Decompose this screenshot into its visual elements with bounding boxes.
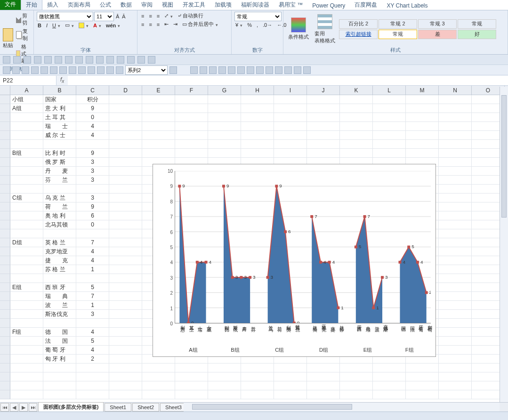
grid-cell[interactable] — [439, 113, 472, 122]
grid-cell[interactable] — [307, 131, 340, 140]
row-header[interactable] — [0, 158, 10, 167]
row-header[interactable] — [0, 355, 10, 363]
grid-cell[interactable] — [340, 381, 373, 390]
qat-icon[interactable] — [86, 56, 93, 64]
grid-cell[interactable] — [109, 211, 142, 220]
grid-cell[interactable] — [439, 158, 472, 167]
grid-cell[interactable] — [208, 131, 241, 140]
grid-cell[interactable]: 5 — [76, 337, 109, 346]
grid-cell[interactable]: 2 — [76, 355, 109, 363]
row-header[interactable] — [0, 301, 10, 310]
qat-icon[interactable] — [148, 56, 155, 64]
grid-cell[interactable]: 捷 克 — [43, 256, 76, 265]
qat-icon[interactable] — [12, 66, 20, 74]
hscroll-thumb[interactable] — [192, 404, 352, 410]
qat-icon[interactable] — [50, 66, 57, 74]
grid-cell[interactable] — [10, 265, 43, 274]
align-left-button[interactable]: ≡ — [140, 21, 145, 28]
grid-cell[interactable]: 4 — [76, 122, 109, 131]
grid-cell[interactable] — [109, 122, 142, 131]
grid-cell[interactable] — [10, 355, 43, 363]
grid-cell[interactable] — [373, 140, 406, 149]
grid-cell[interactable]: 法 国 — [43, 337, 76, 346]
grid-cell[interactable]: 1 — [76, 301, 109, 310]
grid-cell[interactable] — [241, 390, 274, 399]
tab-xyc[interactable]: XY Chart Labels — [382, 1, 432, 10]
grid-cell[interactable] — [10, 220, 43, 229]
grid-cell[interactable] — [274, 122, 307, 131]
embedded-chart[interactable]: 012345678910 904493333960744157134542 意大… — [153, 164, 436, 357]
grid-cell[interactable]: 威 尔 士 — [43, 131, 76, 140]
grid-cell[interactable] — [76, 372, 109, 381]
grid-cell[interactable] — [439, 337, 472, 346]
column-header[interactable]: B — [43, 86, 76, 95]
grid-cell[interactable]: E组 — [10, 283, 43, 292]
qat-icon[interactable] — [116, 66, 123, 74]
qat-icon[interactable] — [284, 66, 292, 74]
grid-cell[interactable] — [340, 104, 373, 113]
grid-cell[interactable] — [208, 149, 241, 158]
qat-icon[interactable] — [69, 66, 76, 74]
qat-icon[interactable] — [200, 66, 207, 74]
column-header[interactable]: C — [76, 86, 109, 95]
vscroll-thumb[interactable] — [501, 95, 507, 218]
grid-cell[interactable] — [241, 104, 274, 113]
grid-cell[interactable] — [307, 363, 340, 372]
grid-cell[interactable] — [274, 131, 307, 140]
grid-cell[interactable] — [76, 381, 109, 390]
grid-cell[interactable] — [10, 229, 43, 238]
grid-cell[interactable] — [10, 292, 43, 301]
grid-cell[interactable] — [175, 363, 208, 372]
grid-cell[interactable] — [208, 95, 241, 104]
grid-cell[interactable] — [307, 390, 340, 399]
grid-cell[interactable] — [175, 140, 208, 149]
grid-cell[interactable] — [241, 381, 274, 390]
row-header[interactable] — [0, 149, 10, 158]
grid-cell[interactable] — [373, 95, 406, 104]
grid-cell[interactable]: 小组 — [10, 95, 43, 104]
grid-cell[interactable] — [373, 104, 406, 113]
italic-button[interactable]: I — [45, 22, 48, 29]
column-header[interactable]: K — [340, 86, 373, 95]
grid-cell[interactable] — [439, 140, 472, 149]
grid-cell[interactable] — [373, 131, 406, 140]
grid-cell[interactable] — [439, 211, 472, 220]
grid-cell[interactable] — [142, 140, 175, 149]
qat-icon[interactable] — [303, 66, 311, 74]
grid-cell[interactable] — [109, 176, 142, 185]
bold-button[interactable]: B — [37, 22, 42, 29]
align-center-button[interactable]: ≡ — [148, 21, 153, 28]
grid-cell[interactable]: 3 — [76, 167, 109, 176]
row-header[interactable] — [0, 176, 10, 185]
grid-cell[interactable] — [109, 381, 142, 390]
grid-cell[interactable]: D组 — [10, 238, 43, 247]
grid-cell[interactable] — [307, 372, 340, 381]
phonetic-button[interactable]: wén — [105, 22, 121, 29]
grid-cell[interactable] — [439, 95, 472, 104]
grid-cell[interactable] — [373, 363, 406, 372]
grid-cell[interactable]: 9 — [76, 202, 109, 211]
cell-style-pct2[interactable]: 百分比 2 — [339, 19, 378, 29]
grid-cell[interactable] — [175, 372, 208, 381]
underline-button[interactable]: U — [51, 22, 61, 29]
number-format-select[interactable]: 常规 — [234, 12, 282, 21]
grid-cell[interactable] — [175, 381, 208, 390]
grid-cell[interactable] — [406, 140, 439, 149]
grid-cell[interactable] — [10, 372, 43, 381]
grid-cell[interactable] — [340, 131, 373, 140]
grid-cell[interactable] — [43, 372, 76, 381]
cell-style-norm2[interactable]: 常规 2 — [379, 19, 417, 29]
grid-cell[interactable] — [10, 256, 43, 265]
row-header[interactable] — [0, 247, 10, 256]
qat-icon[interactable] — [3, 56, 10, 64]
grid-cell[interactable] — [109, 113, 142, 122]
grid-cell[interactable] — [208, 381, 241, 390]
grid-cell[interactable]: 荷 兰 — [43, 202, 76, 211]
qat-icon[interactable] — [247, 66, 254, 74]
grid-cell[interactable]: C组 — [10, 194, 43, 202]
grid-cell[interactable] — [373, 122, 406, 131]
grid-cell[interactable] — [175, 149, 208, 158]
grid-cell[interactable] — [175, 104, 208, 113]
row-header[interactable] — [0, 185, 10, 194]
grid-cell[interactable] — [241, 122, 274, 131]
